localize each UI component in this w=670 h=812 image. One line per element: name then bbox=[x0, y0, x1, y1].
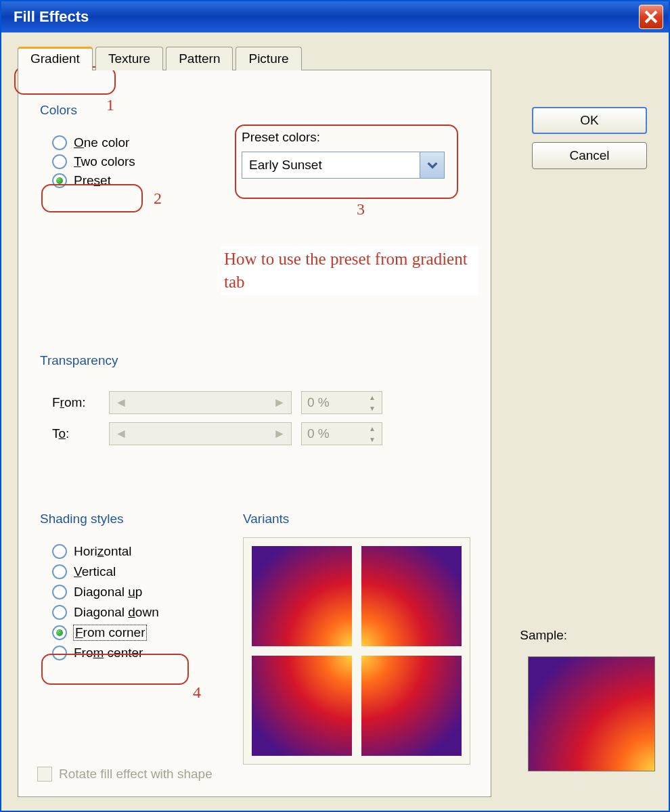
from-label: From: bbox=[52, 395, 99, 410]
ok-button[interactable]: OK bbox=[532, 107, 647, 134]
variant-3[interactable] bbox=[252, 656, 352, 756]
radio-icon bbox=[52, 544, 67, 559]
slider-track bbox=[133, 392, 268, 413]
sample-preview bbox=[528, 656, 655, 771]
tab-texture[interactable]: Texture bbox=[95, 47, 163, 70]
from-slider: ◄ ► bbox=[109, 391, 292, 414]
cancel-button[interactable]: Cancel bbox=[532, 142, 647, 169]
gradient-tab-panel: Colors One color Two colors Preset Prese… bbox=[18, 70, 491, 797]
window-title: Fill Effects bbox=[7, 8, 89, 26]
shading-radio-group: Horizontal Vertical Diagonal up Diagonal… bbox=[52, 539, 159, 666]
rotate-fill-checkbox-row: Rotate fill effect with shape bbox=[37, 767, 213, 782]
chevron-down-icon bbox=[420, 152, 444, 178]
radio-horizontal[interactable]: Horizontal bbox=[52, 544, 159, 559]
radio-icon bbox=[52, 564, 67, 579]
spinner-arrows: ▲▼ bbox=[363, 392, 382, 413]
sample-label: Sample: bbox=[520, 628, 567, 643]
radio-two-colors[interactable]: Two colors bbox=[52, 154, 135, 169]
rotate-label: Rotate fill effect with shape bbox=[59, 767, 213, 782]
variants-group-label: Variants bbox=[243, 512, 289, 526]
radio-icon bbox=[52, 585, 67, 600]
radio-label: Horizontal bbox=[74, 544, 132, 559]
radio-icon bbox=[52, 154, 67, 169]
slider-track bbox=[133, 423, 268, 445]
annotation-number-4: 4 bbox=[193, 683, 201, 702]
annotation-text: How to use the preset from gradient tab bbox=[221, 246, 478, 295]
to-value: 0 % bbox=[302, 426, 363, 441]
annotation-number-3: 3 bbox=[357, 200, 365, 219]
radio-label: One color bbox=[74, 135, 129, 150]
preset-colors-block: Preset colors: Early Sunset bbox=[242, 130, 458, 179]
client-area: Gradient Texture Pattern Picture Colors … bbox=[1, 32, 669, 811]
colors-radio-group: One color Two colors Preset bbox=[52, 131, 135, 192]
transparency-block: From: ◄ ► 0 % ▲▼ To: ◄ bbox=[52, 383, 472, 453]
radio-label: Two colors bbox=[74, 154, 135, 169]
close-icon bbox=[644, 10, 658, 24]
radio-label: From corner bbox=[74, 625, 146, 640]
radio-preset[interactable]: Preset bbox=[52, 173, 135, 188]
annotation-circle-1 bbox=[14, 66, 116, 95]
tab-gradient[interactable]: Gradient bbox=[18, 47, 93, 70]
variant-4[interactable] bbox=[361, 656, 462, 756]
fill-effects-dialog: Fill Effects Gradient Texture Pattern Pi… bbox=[0, 0, 670, 812]
rotate-checkbox bbox=[37, 767, 52, 782]
variant-1[interactable] bbox=[252, 546, 352, 646]
radio-label: Diagonal up bbox=[74, 585, 142, 600]
tab-strip: Gradient Texture Pattern Picture bbox=[18, 46, 652, 70]
radio-icon bbox=[52, 625, 67, 640]
radio-label: Preset bbox=[74, 173, 111, 188]
radio-one-color[interactable]: One color bbox=[52, 135, 135, 150]
to-label: To: bbox=[52, 426, 99, 441]
close-button[interactable] bbox=[639, 5, 663, 29]
radio-from-center[interactable]: From center bbox=[52, 646, 159, 660]
from-value: 0 % bbox=[302, 395, 363, 410]
radio-diagonal-up[interactable]: Diagonal up bbox=[52, 585, 159, 600]
dialog-buttons: OK Cancel bbox=[532, 107, 647, 169]
colors-group-label: Colors bbox=[40, 103, 77, 118]
annotation-number-1: 1 bbox=[106, 96, 114, 114]
radio-diagonal-down[interactable]: Diagonal down bbox=[52, 605, 159, 620]
radio-label: Diagonal down bbox=[74, 605, 159, 620]
radio-from-corner[interactable]: From corner bbox=[52, 625, 159, 640]
preset-colors-value: Early Sunset bbox=[249, 158, 322, 173]
radio-icon bbox=[52, 135, 67, 150]
radio-icon bbox=[52, 646, 67, 660]
slider-left-icon: ◄ bbox=[110, 423, 133, 445]
titlebar: Fill Effects bbox=[1, 1, 669, 32]
transparency-group-label: Transparency bbox=[40, 353, 118, 368]
to-slider: ◄ ► bbox=[109, 422, 292, 445]
radio-vertical[interactable]: Vertical bbox=[52, 564, 159, 579]
preset-colors-dropdown[interactable]: Early Sunset bbox=[242, 152, 445, 179]
radio-label: Vertical bbox=[74, 564, 116, 579]
radio-icon bbox=[52, 605, 67, 620]
slider-right-icon: ► bbox=[268, 423, 291, 445]
spinner-arrows: ▲▼ bbox=[363, 423, 382, 445]
tab-picture[interactable]: Picture bbox=[236, 47, 301, 70]
preset-colors-label: Preset colors: bbox=[242, 130, 458, 145]
slider-left-icon: ◄ bbox=[110, 392, 133, 413]
variants-grid bbox=[243, 537, 470, 765]
annotation-number-2: 2 bbox=[154, 189, 162, 208]
slider-right-icon: ► bbox=[268, 392, 291, 413]
variant-2[interactable] bbox=[361, 546, 462, 646]
tab-pattern[interactable]: Pattern bbox=[166, 47, 233, 70]
from-spinner: 0 % ▲▼ bbox=[301, 391, 382, 414]
radio-label: From center bbox=[74, 646, 143, 660]
radio-icon bbox=[52, 173, 67, 188]
shading-group-label: Shading styles bbox=[40, 512, 124, 526]
transparency-to-row: To: ◄ ► 0 % ▲▼ bbox=[52, 422, 472, 445]
to-spinner: 0 % ▲▼ bbox=[301, 422, 382, 445]
transparency-from-row: From: ◄ ► 0 % ▲▼ bbox=[52, 391, 472, 414]
